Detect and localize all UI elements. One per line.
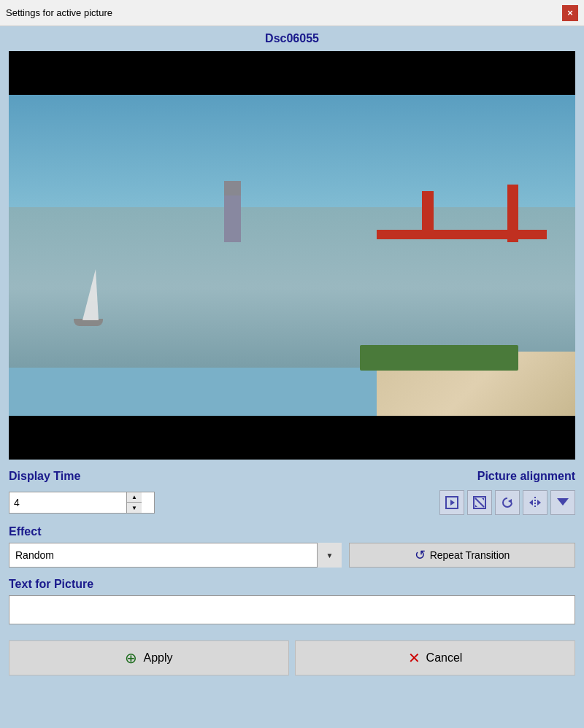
align-rotate-icon (500, 495, 515, 510)
align-fit-button[interactable] (439, 490, 464, 515)
svg-marker-6 (508, 499, 512, 503)
cancel-icon: ✕ (408, 649, 420, 667)
controls-section: Display Time Picture alignment ▲ ▼ (9, 470, 575, 675)
display-time-input[interactable] (9, 492, 126, 513)
align-mirror-v-button[interactable] (550, 490, 575, 515)
row-number-icons: ▲ ▼ (9, 490, 575, 515)
sailboat (82, 269, 103, 326)
align-mirror-h-icon (528, 495, 542, 510)
align-stretch-icon (472, 495, 487, 510)
apply-button[interactable]: ⊕ Apply (9, 640, 289, 675)
picture-alignment-label: Picture alignment (477, 470, 575, 483)
spinner-buttons: ▲ ▼ (126, 492, 142, 513)
apply-icon: ⊕ (125, 649, 137, 667)
apply-label: Apply (143, 651, 172, 665)
spinner-up-button[interactable]: ▲ (127, 492, 142, 503)
repeat-transition-button[interactable]: ↺ Repeat Transition (349, 543, 575, 568)
display-time-input-wrapper: ▲ ▼ (9, 492, 155, 514)
repeat-transition-label: Repeat Transition (430, 549, 510, 561)
svg-marker-5 (475, 505, 477, 507)
effect-label: Effect (9, 525, 575, 538)
align-mirror-v-icon (556, 495, 570, 510)
monument-top (224, 181, 241, 195)
close-button[interactable]: × (562, 5, 578, 21)
spinner-down-button[interactable]: ▼ (127, 503, 142, 513)
display-time-label: Display Time (9, 470, 80, 483)
svg-line-3 (475, 498, 484, 507)
alignment-icons (439, 490, 575, 515)
svg-marker-10 (557, 498, 569, 506)
bridge-tower-right (507, 185, 519, 242)
align-fit-icon (445, 495, 459, 510)
sail (82, 269, 99, 320)
row-display-alignment: Display Time Picture alignment (9, 470, 575, 483)
image-preview (9, 51, 575, 460)
svg-marker-1 (450, 500, 455, 506)
title-bar: Settings for active picture × (0, 0, 584, 26)
bridge-tower-left (422, 191, 434, 239)
grass-strip (360, 345, 518, 371)
cancel-label: Cancel (426, 651, 463, 665)
text-picture-input[interactable] (9, 595, 575, 624)
svg-marker-4 (482, 498, 484, 500)
effect-select[interactable]: Random None Fade Dissolve Slide Left Sli… (9, 543, 342, 568)
monument (224, 185, 241, 242)
effect-select-wrapper: Random None Fade Dissolve Slide Left Sli… (9, 543, 342, 568)
svg-marker-9 (537, 500, 541, 506)
text-picture-label: Text for Picture (9, 578, 575, 591)
main-content: Dsc06055 (0, 26, 584, 728)
repeat-icon: ↺ (415, 547, 426, 563)
align-rotate-button[interactable] (495, 490, 520, 515)
picture-title: Dsc06055 (9, 32, 575, 45)
row-buttons: ⊕ Apply ✕ Cancel (9, 640, 575, 675)
align-stretch-button[interactable] (467, 490, 492, 515)
title-bar-text: Settings for active picture (6, 7, 112, 18)
black-bar-bottom (9, 416, 575, 460)
bridge (377, 230, 547, 239)
svg-marker-8 (529, 500, 533, 506)
black-bar-top (9, 51, 575, 95)
row-effect: Random None Fade Dissolve Slide Left Sli… (9, 543, 575, 568)
align-mirror-h-button[interactable] (523, 490, 548, 515)
cancel-button[interactable]: ✕ Cancel (295, 640, 575, 675)
photo-area (9, 95, 575, 416)
